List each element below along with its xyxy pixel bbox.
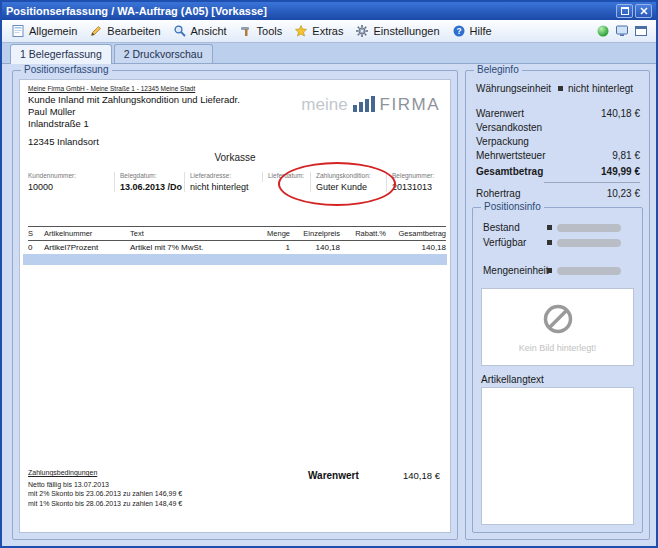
cell-text: Artikel mit 7% MwSt. <box>130 243 252 252</box>
menu-item-allgemein[interactable]: Allgemein <box>6 22 82 40</box>
row-value: 149,99 € <box>601 166 640 177</box>
bestand-row: Bestand <box>483 222 621 233</box>
menu-label: Tools <box>257 25 283 37</box>
panel-beleginfo: Beleginfo Währungseinheit nicht hinterle… <box>465 70 650 540</box>
menu-item-bearbeiten[interactable]: Bearbeiten <box>84 22 165 40</box>
payment-terms-line-1: Netto fällig bis 13.07.2013 <box>28 480 182 490</box>
waehrungseinheit-row: Währungseinheit nicht hinterlegt <box>476 83 633 94</box>
bestand-value-redacted <box>557 224 621 232</box>
field-value: 10000 <box>28 182 76 192</box>
field-value: nicht hinterlegt <box>190 182 249 192</box>
verfuegbar-value-redacted <box>557 239 621 247</box>
selected-row[interactable] <box>23 254 447 265</box>
monitor-icon[interactable] <box>615 24 629 38</box>
row-label: Gesamtbetrag <box>476 166 543 177</box>
gear-icon <box>355 24 369 38</box>
star-icon <box>294 24 308 38</box>
verfuegbar-label: Verfügbar <box>483 237 547 248</box>
window-list-icon[interactable] <box>634 24 648 38</box>
tab-strip: 1 Belegerfassung 2 Druckvorschau <box>2 43 656 64</box>
row-value: 9,81 € <box>612 150 640 161</box>
menu-item-einstellungen[interactable]: Einstellungen <box>350 22 444 40</box>
menu-item-tools[interactable]: Tools <box>234 22 288 40</box>
field-lieferadresse: Lieferadresse: nicht hinterlegt <box>184 172 249 192</box>
field-value: 20131013 <box>392 182 434 192</box>
col-header-einzelpreis: Einzelpreis <box>290 229 340 238</box>
row-label: Verpackung <box>476 136 529 147</box>
col-header-s: S <box>28 229 44 238</box>
versandkosten-row: Versandkosten <box>476 120 640 134</box>
document-preview: Meine Firma GmbH - Meine Straße 1 - 1234… <box>19 79 451 533</box>
field-label: Belegdatum: <box>120 172 182 179</box>
cell-s: 0 <box>28 243 44 252</box>
col-header-text: Text <box>130 229 252 238</box>
sender-line: Meine Firma GmbH - Meine Straße 1 - 1234… <box>28 85 195 92</box>
no-image-icon <box>541 302 575 336</box>
logo-text-meine: meine <box>301 96 347 113</box>
maximize-button[interactable] <box>616 4 633 18</box>
menu-label: Hilfe <box>470 25 492 37</box>
field-label: Kundennummer: <box>28 172 76 179</box>
cell-einzelpreis: 140,18 <box>290 243 340 252</box>
payment-terms-line-2: mit 2% Skonto bis 23.06.2013 zu zahlen 1… <box>28 489 182 499</box>
annotation-ellipse <box>278 162 396 206</box>
document-type-label: Vorkasse <box>20 152 450 163</box>
mengeneinheit-label: Mengeneinheit <box>483 265 547 276</box>
payment-terms: Zahlungsbedingungen Netto fällig bis 13.… <box>28 468 182 508</box>
bullet-square-icon <box>547 268 552 273</box>
content-area: Positionserfassung Meine Firma GmbH - Me… <box>2 64 656 546</box>
help-icon: ? <box>452 24 466 38</box>
field-label: Lieferadresse: <box>190 172 249 179</box>
rohertrag-row: Rohertrag 10,23 € <box>476 186 640 200</box>
menu-bar: Allgemein Bearbeiten Ansicht Tools Extra… <box>2 20 656 43</box>
verpackung-row: Verpackung <box>476 134 640 148</box>
tab-druckvorschau[interactable]: 2 Druckvorschau <box>114 44 213 63</box>
row-value: 140,18 € <box>601 108 640 119</box>
warenwert-row: Warenwert 140,18 € <box>476 106 640 120</box>
artikellangtext-input[interactable] <box>481 387 634 525</box>
magnifier-icon <box>173 24 187 38</box>
online-status-icon[interactable] <box>596 24 610 38</box>
panel-positionserfassung: Positionserfassung Meine Firma GmbH - Me… <box>12 70 458 540</box>
no-image-text: Kein Bild hinterlegt! <box>519 343 597 353</box>
recipient-line-1: Kunde Inland mit Zahlungskondition und L… <box>28 94 240 105</box>
bullet-square-icon <box>547 225 552 230</box>
menu-label: Allgemein <box>29 25 77 37</box>
menu-label: Extras <box>312 25 343 37</box>
bullet-square-icon <box>558 86 563 91</box>
window-title: Positionserfassung / WA-Auftrag (A05) [V… <box>6 5 267 17</box>
col-header-rabatt: Rabatt.% <box>340 229 386 238</box>
col-header-gesamtbetrag: Gesamtbetrag <box>386 229 446 238</box>
cell-artikelnummer: Artikel7Prozent <box>44 243 130 252</box>
document-total-label: Warenwert <box>308 470 359 481</box>
bestand-label: Bestand <box>483 222 547 233</box>
cell-gesamtbetrag: 140,18 <box>386 243 446 252</box>
table-row[interactable]: 0 Artikel7Prozent Artikel mit 7% MwSt. 1… <box>28 241 446 254</box>
tab-belegerfassung[interactable]: 1 Belegerfassung <box>10 44 112 64</box>
rohertrag-label: Rohertrag <box>476 188 520 199</box>
totals-list: Warenwert 140,18 € Versandkosten Verpack… <box>476 106 640 200</box>
recipient-line-4: 12345 Inlandsort <box>28 136 99 147</box>
app-window: Positionserfassung / WA-Auftrag (A05) [V… <box>0 0 658 548</box>
verfuegbar-row: Verfügbar <box>483 237 621 248</box>
cell-rabatt <box>340 243 386 252</box>
col-header-artikelnummer: Artikelnummer <box>44 229 130 238</box>
rohertrag-value: 10,23 € <box>607 188 640 199</box>
title-bar: Positionserfassung / WA-Auftrag (A05) [V… <box>2 2 656 20</box>
recipient-line-3: Inlandstraße 1 <box>28 118 89 129</box>
mengeneinheit-row: Mengeneinheit <box>483 265 621 276</box>
maximize-icon <box>621 7 629 15</box>
recipient-line-2: Paul Müller <box>28 106 76 117</box>
menu-label: Einstellungen <box>373 25 439 37</box>
form-icon <box>11 24 25 38</box>
menu-item-hilfe[interactable]: ? Hilfe <box>447 22 497 40</box>
menu-item-extras[interactable]: Extras <box>289 22 348 40</box>
panel-positionserfassung-legend: Positionserfassung <box>21 64 112 75</box>
menu-item-ansicht[interactable]: Ansicht <box>168 22 232 40</box>
menu-label: Ansicht <box>191 25 227 37</box>
mengeneinheit-value-redacted <box>557 267 621 275</box>
company-logo: meine FIRMA <box>301 96 440 113</box>
document-total-value: 140,18 € <box>403 470 440 481</box>
row-label: Mehrwertsteuer <box>476 150 545 161</box>
close-button[interactable] <box>635 4 652 18</box>
